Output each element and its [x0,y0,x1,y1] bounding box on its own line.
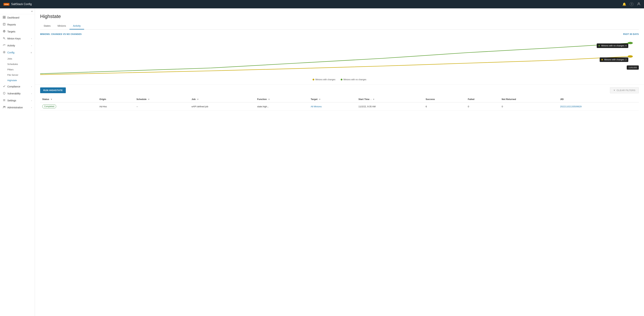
svg-rect-1 [3,16,4,17]
cell-status: Completed [40,102,98,111]
config-chevron: ∨ [30,52,32,54]
svg-point-10 [4,31,4,32]
targets-icon [3,30,6,33]
filter-icon: ▼ [613,89,616,92]
sidebar-item-config[interactable]: Config ∨ [0,49,35,56]
sidebar-item-settings[interactable]: Settings › [0,97,35,104]
topnav-actions: 🔔 ? [622,2,640,6]
cell-function: state.high... [255,102,309,111]
col-function: Function ▼ [255,96,309,102]
col-success: Success [424,96,466,102]
status-badge: Completed [42,104,56,108]
tab-activity[interactable]: Activity [70,23,84,30]
sidebar-item-compliance-label: Compliance [7,85,20,88]
page-tabs: States Minions Activity [40,23,639,30]
target-filter-icon[interactable]: ▼ [319,98,321,100]
svg-point-20 [628,55,633,58]
chart-svg [40,38,639,76]
sidebar-item-minion-keys[interactable]: Minion Keys › [0,35,35,42]
main-content: Highstate States Minions Activity MINION… [35,8,644,316]
cell-schedule: -- [134,102,190,111]
minion-keys-chevron: › [31,38,32,40]
col-job-label: Job [192,98,196,100]
col-not-returned: Not Returned [500,96,558,102]
sidebar-subitem-jobs[interactable]: Jobs [7,56,35,62]
schedule-filter-icon[interactable]: ▼ [148,98,150,100]
legend-item-changes: Minions with changes [312,78,336,81]
vmw-logo: vmw [4,3,10,6]
col-target: Target ▼ [308,96,356,102]
sidebar-item-vulnerability[interactable]: Vulnerability › [0,90,35,97]
function-filter-icon[interactable]: ▼ [268,98,270,100]
sidebar-item-vulnerability-label: Vulnerability [7,92,20,95]
svg-point-13 [4,52,5,53]
table-wrapper: Status ▼ Origin Schedule ▼ Job ▼ [35,96,644,116]
col-jid: JID [558,96,639,102]
sidebar: « Dashboard Reports Targets [0,8,35,316]
svg-rect-3 [3,18,4,18]
table-header: Status ▼ Origin Schedule ▼ Job ▼ [40,96,639,102]
sidebar-item-targets[interactable]: Targets [0,28,35,35]
sidebar-item-activity[interactable]: Activity › [0,42,35,49]
cell-origin: Ad-Hoc [98,102,134,111]
svg-rect-5 [3,23,5,25]
col-not-returned-label: Not Returned [502,98,516,100]
sidebar-item-reports[interactable]: Reports [0,21,35,28]
sidebar-item-administration[interactable]: Administration › [0,104,35,111]
help-icon[interactable]: ? [630,2,634,6]
table-row: Completed Ad-Hoc -- eAPI defined job sta [40,102,639,111]
user-icon[interactable] [637,2,640,6]
table-body: Completed Ad-Hoc -- eAPI defined job sta [40,102,639,111]
vulnerability-chevron: › [31,92,32,94]
chart-title: MINIONS: CHANGES VS NO CHANGES [40,33,82,36]
target-link[interactable]: All Minions [311,105,322,108]
sidebar-item-dashboard-label: Dashboard [7,16,19,19]
main-inner: Highstate States Minions Activity [35,8,644,30]
tab-minions[interactable]: Minions [54,23,70,30]
sidebar-subitem-highstate[interactable]: Highstate [7,78,35,83]
cell-start-time: 11/2/22, 9:35 AM [356,102,424,111]
col-jid-label: JID [560,98,564,100]
minion-keys-icon [3,37,6,40]
sidebar-collapse-button[interactable]: « [31,10,33,12]
administration-icon [3,106,6,109]
sidebar-item-reports-label: Reports [7,23,16,26]
status-filter-icon[interactable]: ▼ [50,98,52,100]
svg-point-0 [638,2,640,4]
sidebar-subitem-pillars[interactable]: Pillars [7,67,35,72]
col-success-label: Success [426,98,435,100]
toolbar: RUN HIGHSTATE ▼ CLEAR FILTERS [35,84,644,96]
notification-icon[interactable]: 🔔 [622,2,626,6]
start-time-value: 11/2/22, 9:35 AM [358,105,376,108]
sidebar-item-targets-label: Targets [7,30,15,33]
sidebar-subitem-file-server[interactable]: File Server [7,72,35,78]
col-schedule: Schedule ▼ [134,96,190,102]
sidebar-item-minion-keys-label: Minion Keys [7,37,20,40]
sidebar-item-settings-label: Settings [7,99,16,102]
col-status: Status ▼ [40,96,98,102]
jid-link[interactable]: 20221102133509929 [560,105,582,108]
start-time-sort-icon[interactable]: ↓ [370,98,372,100]
reports-icon [3,23,6,26]
col-job: Job ▼ [190,96,255,102]
vulnerability-icon [3,92,6,95]
settings-icon [3,99,6,102]
sidebar-subitem-schedules[interactable]: Schedules [7,62,35,67]
run-highstate-button[interactable]: RUN HIGHSTATE [40,88,66,93]
clear-filters-button[interactable]: ▼ CLEAR FILTERS [610,87,639,93]
origin-value: Ad-Hoc [100,105,107,108]
app-title: SaltStack Config [11,2,32,6]
col-schedule-label: Schedule [136,98,146,100]
job-filter-icon[interactable]: ▼ [197,98,199,100]
sidebar-item-compliance[interactable]: Compliance › [0,83,35,90]
svg-point-18 [4,106,6,107]
config-icon [3,51,6,54]
svg-line-12 [4,38,6,40]
sidebar-item-dashboard[interactable]: Dashboard [0,14,35,21]
activity-table: Status ▼ Origin Schedule ▼ Job ▼ [40,96,639,111]
clear-filters-label: CLEAR FILTERS [616,89,636,92]
cell-success: 6 [424,102,466,111]
chart-period: PAST 30 DAYS [623,33,639,36]
tab-states[interactable]: States [40,23,54,30]
start-time-filter-icon[interactable]: ▼ [373,98,375,100]
